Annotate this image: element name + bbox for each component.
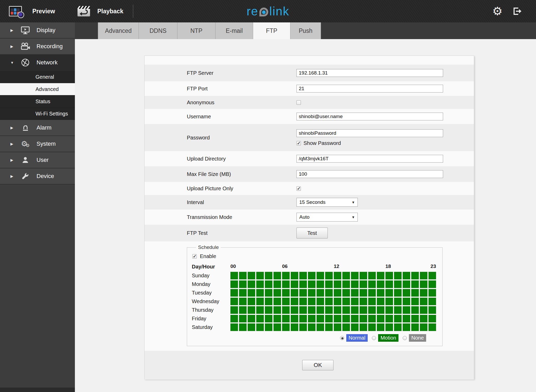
upload-directory-input[interactable] xyxy=(296,155,443,163)
schedule-cell[interactable] xyxy=(248,298,255,305)
schedule-cell[interactable] xyxy=(403,315,410,322)
schedule-cell[interactable] xyxy=(256,298,264,305)
schedule-cell[interactable] xyxy=(351,306,359,314)
schedule-cell[interactable] xyxy=(282,315,290,322)
schedule-cell[interactable] xyxy=(411,298,419,305)
sidebar-subitem-advanced[interactable]: Advanced xyxy=(0,83,75,95)
schedule-cell[interactable] xyxy=(256,289,264,297)
schedule-cell[interactable] xyxy=(428,306,436,314)
schedule-cell[interactable] xyxy=(239,289,247,297)
schedule-cell[interactable] xyxy=(282,298,290,305)
schedule-cell[interactable] xyxy=(385,306,393,314)
schedule-cell[interactable] xyxy=(308,280,315,288)
schedule-cell[interactable] xyxy=(299,315,307,322)
schedule-cell[interactable] xyxy=(411,272,419,279)
tab-ddns[interactable]: DDNS xyxy=(139,22,177,39)
schedule-cell[interactable] xyxy=(368,298,376,305)
schedule-cell[interactable] xyxy=(360,272,367,279)
schedule-cell[interactable] xyxy=(368,306,376,314)
schedule-cell[interactable] xyxy=(360,280,367,288)
mode-motion-chip[interactable]: Motion xyxy=(378,334,398,342)
schedule-cell[interactable] xyxy=(273,298,281,305)
schedule-cell[interactable] xyxy=(428,280,436,288)
tab-advanced[interactable]: Advanced xyxy=(98,22,139,39)
schedule-cell[interactable] xyxy=(360,289,367,297)
schedule-cell[interactable] xyxy=(291,289,298,297)
preview-nav-button[interactable]: Preview xyxy=(0,6,55,16)
schedule-cell[interactable] xyxy=(428,272,436,279)
transmission-mode-select[interactable]: Auto ▼ xyxy=(296,213,358,222)
schedule-cell[interactable] xyxy=(265,306,272,314)
schedule-cell[interactable] xyxy=(299,289,307,297)
schedule-cell[interactable] xyxy=(394,272,402,279)
schedule-cell[interactable] xyxy=(334,315,341,322)
schedule-cell[interactable] xyxy=(351,289,359,297)
schedule-cell[interactable] xyxy=(291,298,298,305)
schedule-cell[interactable] xyxy=(248,323,255,331)
schedule-cell[interactable] xyxy=(385,323,393,331)
schedule-cell[interactable] xyxy=(265,323,272,331)
schedule-cell[interactable] xyxy=(239,306,247,314)
schedule-cell[interactable] xyxy=(377,272,384,279)
mode-normal-radio[interactable] xyxy=(340,336,344,340)
schedule-cell[interactable] xyxy=(368,272,376,279)
schedule-cell[interactable] xyxy=(325,289,333,297)
schedule-cell[interactable] xyxy=(248,315,255,322)
sidebar-subitem-general[interactable]: General xyxy=(0,71,75,83)
schedule-cell[interactable] xyxy=(325,298,333,305)
sidebar-item-recording[interactable]: ▶ Recording xyxy=(0,39,75,55)
schedule-cell[interactable] xyxy=(325,280,333,288)
schedule-cell[interactable] xyxy=(308,323,315,331)
schedule-cell[interactable] xyxy=(325,306,333,314)
schedule-cell[interactable] xyxy=(230,306,238,314)
schedule-cell[interactable] xyxy=(265,272,272,279)
schedule-cell[interactable] xyxy=(385,289,393,297)
schedule-cell[interactable] xyxy=(299,306,307,314)
schedule-cell[interactable] xyxy=(248,280,255,288)
schedule-cell[interactable] xyxy=(273,272,281,279)
schedule-cell[interactable] xyxy=(342,306,350,314)
schedule-cell[interactable] xyxy=(317,306,324,314)
mode-motion-radio[interactable] xyxy=(372,336,376,340)
schedule-cell[interactable] xyxy=(377,289,384,297)
schedule-cell[interactable] xyxy=(317,272,324,279)
schedule-cell[interactable] xyxy=(265,280,272,288)
schedule-cell[interactable] xyxy=(411,306,419,314)
sidebar-item-alarm[interactable]: ▶ Alarm xyxy=(0,120,75,136)
schedule-cell[interactable] xyxy=(385,280,393,288)
schedule-cell[interactable] xyxy=(230,298,238,305)
schedule-cell[interactable] xyxy=(317,323,324,331)
schedule-cell[interactable] xyxy=(420,323,427,331)
schedule-cell[interactable] xyxy=(239,315,247,322)
schedule-cell[interactable] xyxy=(248,289,255,297)
schedule-cell[interactable] xyxy=(239,298,247,305)
schedule-cell[interactable] xyxy=(256,306,264,314)
schedule-cell[interactable] xyxy=(291,323,298,331)
schedule-cell[interactable] xyxy=(394,280,402,288)
schedule-cell[interactable] xyxy=(282,306,290,314)
schedule-cell[interactable] xyxy=(265,289,272,297)
schedule-cell[interactable] xyxy=(360,306,367,314)
schedule-cell[interactable] xyxy=(317,280,324,288)
ftp-server-input[interactable] xyxy=(296,69,443,77)
settings-gear-icon[interactable]: ⚙ xyxy=(492,5,503,17)
schedule-cell[interactable] xyxy=(368,280,376,288)
schedule-cell[interactable] xyxy=(230,323,238,331)
schedule-cell[interactable] xyxy=(394,289,402,297)
schedule-cell[interactable] xyxy=(351,272,359,279)
sidebar-item-network[interactable]: ▼ Network xyxy=(0,55,75,71)
schedule-cell[interactable] xyxy=(299,298,307,305)
schedule-cell[interactable] xyxy=(282,289,290,297)
schedule-cell[interactable] xyxy=(420,289,427,297)
mode-none-chip[interactable]: None xyxy=(409,334,426,342)
schedule-cell[interactable] xyxy=(360,298,367,305)
schedule-cell[interactable] xyxy=(308,306,315,314)
schedule-cell[interactable] xyxy=(342,315,350,322)
schedule-cell[interactable] xyxy=(342,280,350,288)
schedule-cell[interactable] xyxy=(317,289,324,297)
schedule-cell[interactable] xyxy=(299,323,307,331)
schedule-cell[interactable] xyxy=(256,280,264,288)
schedule-cell[interactable] xyxy=(360,315,367,322)
schedule-cell[interactable] xyxy=(351,280,359,288)
schedule-cell[interactable] xyxy=(308,298,315,305)
